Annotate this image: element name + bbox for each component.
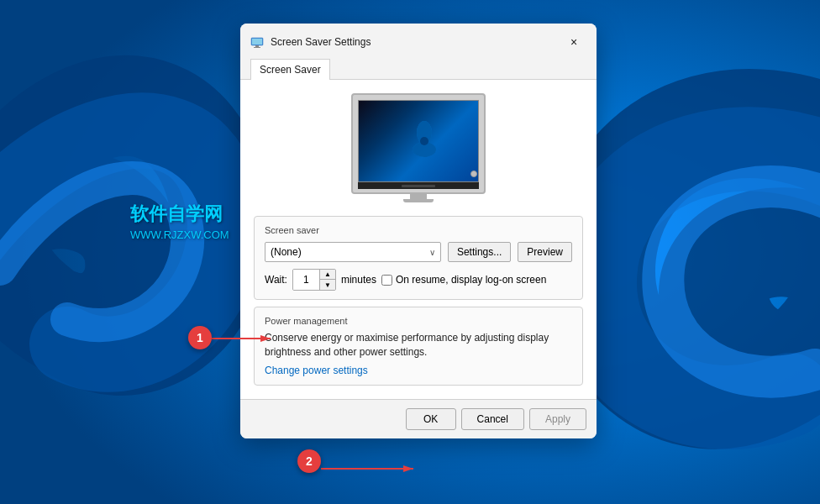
screen-saver-label: Screen saver bbox=[265, 225, 572, 235]
power-management-section: Power management Conserve energy or maxi… bbox=[254, 307, 583, 386]
resume-checkbox[interactable] bbox=[381, 275, 392, 286]
dialog-body: Screen saver (None) ∨ Settings... Previe… bbox=[240, 80, 597, 399]
svg-rect-2 bbox=[252, 39, 262, 45]
cancel-button[interactable]: Cancel bbox=[461, 408, 524, 430]
svg-rect-4 bbox=[254, 47, 260, 48]
annotation-2-number: 2 bbox=[306, 454, 313, 468]
power-management-text: Conserve energy or maximise performance … bbox=[265, 331, 572, 360]
svg-rect-3 bbox=[255, 45, 259, 47]
dropdown-arrow-icon: ∨ bbox=[429, 248, 435, 257]
spinner-buttons: ▲ ▼ bbox=[320, 270, 335, 290]
change-power-settings-link[interactable]: Change power settings bbox=[265, 365, 368, 376]
dropdown-value: (None) bbox=[271, 246, 302, 258]
annotation-1-number: 1 bbox=[197, 331, 203, 344]
annotation-2-arrow bbox=[319, 460, 420, 477]
apply-button[interactable]: Apply bbox=[529, 408, 586, 430]
dialog-window: Screen Saver Settings × Screen Saver bbox=[240, 24, 597, 438]
settings-button[interactable]: Settings... bbox=[448, 242, 511, 262]
svg-point-9 bbox=[420, 137, 428, 145]
ok-button[interactable]: OK bbox=[406, 408, 456, 430]
tab-screen-saver[interactable]: Screen Saver bbox=[250, 59, 330, 80]
resume-checkbox-label[interactable]: On resume, display log-on screen bbox=[381, 274, 546, 286]
minutes-label: minutes bbox=[341, 274, 376, 286]
monitor-screen bbox=[358, 100, 479, 182]
dialog-titlebar: Screen Saver Settings × bbox=[240, 24, 597, 59]
monitor-preview bbox=[351, 93, 486, 194]
wait-spinner[interactable]: ▲ ▼ bbox=[292, 269, 336, 291]
wait-row: Wait: ▲ ▼ minutes On resume, display log… bbox=[265, 269, 572, 291]
wait-label: Wait: bbox=[265, 274, 287, 286]
spinner-up-button[interactable]: ▲ bbox=[320, 270, 335, 280]
annotation-2: 2 bbox=[297, 449, 321, 473]
screen-saver-dropdown[interactable]: (None) ∨ bbox=[265, 242, 441, 262]
dialog-title: Screen Saver Settings bbox=[271, 36, 561, 48]
annotation-1: 1 bbox=[188, 326, 212, 349]
close-button[interactable]: × bbox=[561, 32, 586, 52]
power-management-label: Power management bbox=[265, 316, 572, 326]
monitor-preview-container bbox=[254, 93, 583, 202]
resume-label-text: On resume, display log-on screen bbox=[396, 274, 546, 286]
wait-input[interactable] bbox=[293, 270, 320, 290]
annotation-1-arrow bbox=[210, 330, 277, 347]
monitor-power-button bbox=[470, 171, 477, 177]
monitor-screen-content bbox=[359, 101, 478, 181]
monitor-taskbar bbox=[358, 182, 479, 189]
taskbar-strip bbox=[402, 185, 435, 187]
desktop: 软件自学网 WWW.RJZXW.COM Screen Saver Setting… bbox=[0, 0, 820, 504]
dialog-icon bbox=[250, 35, 264, 49]
screen-saver-controls: (None) ∨ Settings... Preview bbox=[265, 242, 572, 262]
spinner-down-button[interactable]: ▼ bbox=[320, 280, 335, 290]
tab-bar: Screen Saver bbox=[240, 59, 597, 80]
windows-flower-icon bbox=[403, 120, 445, 162]
dialog-footer: OK Cancel Apply bbox=[240, 399, 597, 438]
monitor-base bbox=[403, 199, 434, 202]
preview-button[interactable]: Preview bbox=[518, 242, 572, 262]
screen-saver-section: Screen saver (None) ∨ Settings... Previe… bbox=[254, 216, 583, 300]
